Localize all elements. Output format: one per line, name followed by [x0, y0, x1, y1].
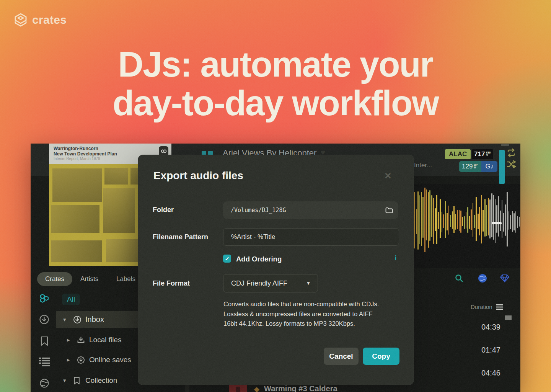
file-format-label: File Format [153, 279, 190, 287]
volume-tick [501, 144, 509, 146]
sidebar-item-label: Inbox [85, 315, 104, 324]
brand-logo: crates [13, 12, 67, 28]
bpm-value: 129 [462, 163, 473, 170]
page: crates DJs: automate your day-to-day wor… [0, 0, 551, 392]
file-format-select[interactable]: CDJ Friendly AIFF ▼ [223, 274, 318, 292]
copy-button[interactable]: Copy [363, 348, 399, 365]
inbox-rail-icon[interactable] [39, 314, 49, 325]
cancel-button[interactable]: Cancel [324, 348, 359, 365]
duration-column-header[interactable]: Duration [471, 304, 503, 310]
caret-right-icon[interactable]: ▸ [67, 336, 77, 343]
crates-rail-icon[interactable] [39, 293, 50, 304]
scroll-thumb[interactable] [505, 315, 512, 320]
headline: DJs: automate your day-to-day workflow [0, 45, 551, 122]
tab-artists[interactable]: Artists [80, 275, 98, 283]
folder-label: Folder [153, 206, 174, 214]
album-photo [104, 168, 128, 185]
sidebar-item-label: Collection [85, 376, 117, 385]
inbox-icon [73, 315, 85, 324]
album-photo [106, 239, 139, 262]
track-title-next: Warming #3 Caldera [264, 384, 337, 392]
waveform-bars [414, 184, 520, 268]
filename-pattern-label: Filename Pattern [153, 233, 208, 241]
folder-browse-icon[interactable] [385, 207, 393, 214]
duration-value: 04:46 [472, 369, 500, 377]
volume-slider[interactable] [499, 150, 505, 184]
bitrate-value: 717 [474, 150, 485, 158]
repeat-icon[interactable] [506, 148, 516, 157]
bitrate-badge: 717 KB/S [472, 149, 493, 159]
add-ordering-label: Add Ordering [236, 255, 282, 263]
format-badge: ALAC [445, 149, 471, 159]
diamond-icon[interactable] [500, 274, 510, 283]
download-tray-icon [77, 336, 89, 344]
waveform-playhead[interactable] [492, 222, 502, 224]
bookmark-rail-icon[interactable] [40, 336, 49, 346]
chevron-down-icon: ▼ [306, 281, 311, 286]
globe-rail-icon[interactable] [39, 378, 49, 388]
folder-input[interactable] [230, 206, 385, 214]
waveform[interactable] [414, 184, 520, 268]
album-info-truncated: Inter... [414, 162, 432, 169]
key-value: G♪ [481, 161, 497, 172]
dialog-title: Export audio files [153, 170, 243, 182]
caret-down-icon[interactable]: ▾ [63, 377, 73, 384]
bitrate-unit: KB/S [486, 150, 491, 158]
bpm-unit: BPM [474, 163, 479, 170]
caret-down-icon[interactable]: ▾ [63, 316, 73, 323]
brand-name: crates [32, 13, 67, 26]
sidebar-item-label: Online saves [89, 356, 131, 364]
album-photo [51, 240, 102, 262]
info-icon[interactable]: i [395, 254, 396, 262]
check-icon: ✓ [225, 256, 230, 262]
shuffle-icon[interactable] [506, 160, 516, 168]
bookmark-icon [73, 376, 85, 385]
sidebar-item-label: Local files [89, 336, 122, 344]
album-photo [51, 205, 99, 233]
headline-line2: day-to-day workflow [112, 83, 438, 122]
tab-crates[interactable]: Crates [37, 272, 72, 286]
caret-right-icon[interactable]: ▸ [67, 356, 77, 363]
export-dialog: Export audio files × Folder Filename Pat… [138, 155, 414, 385]
gold-tag-icon [254, 387, 259, 392]
menu-icon[interactable] [496, 304, 503, 310]
crates-logo-icon [13, 12, 28, 28]
filename-pattern-input[interactable] [230, 233, 392, 241]
queue-rail-icon[interactable] [39, 357, 50, 366]
folder-input-box [223, 201, 398, 219]
album-art-line1: Warrington-Runcorn [54, 146, 171, 152]
duration-value: 04:39 [472, 323, 500, 332]
duration-value: 01:47 [472, 346, 500, 354]
duration-header-label: Duration [471, 304, 492, 310]
album-photo [103, 188, 135, 233]
globe-icon[interactable] [478, 273, 487, 283]
format-description: Converts audio files that are non-compat… [223, 299, 403, 329]
online-saves-icon [77, 356, 89, 364]
filename-pattern-input-box [223, 228, 399, 246]
add-ordering-checkbox[interactable]: ✓ [223, 255, 231, 263]
album-photo [52, 168, 102, 202]
headline-line1: DJs: automate your [118, 45, 433, 84]
file-format-value: CDJ Friendly AIFF [231, 279, 287, 287]
search-icon[interactable] [455, 274, 464, 283]
filter-all[interactable]: All [62, 294, 80, 305]
tab-labels[interactable]: Labels [116, 275, 135, 283]
bpm-key-badge: 129 BPM G♪ [459, 161, 497, 172]
close-icon[interactable]: × [385, 170, 391, 181]
